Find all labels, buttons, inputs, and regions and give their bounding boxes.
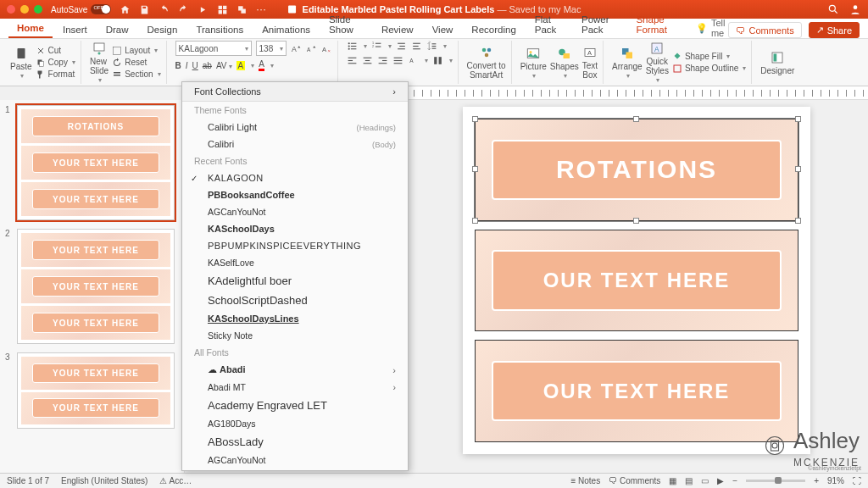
font-agcouchpotato[interactable]: AGCouchPotato (182, 469, 408, 471)
format-painter-button[interactable]: Format (36, 69, 75, 80)
shape-outline-button[interactable]: Shape Outline▾ (672, 64, 746, 74)
tab-design[interactable]: Design (139, 21, 186, 38)
align-left-icon[interactable] (347, 55, 358, 66)
font-ag180days[interactable]: AG180Days (182, 415, 408, 432)
paste-button[interactable]: Paste▾ (10, 46, 32, 80)
strike-button[interactable]: ab (203, 61, 212, 70)
smartart-button[interactable]: Convert to SmartArt (467, 45, 506, 80)
picture-button[interactable]: Picture▾ (520, 46, 547, 80)
tab-draw[interactable]: Draw (97, 21, 137, 38)
tab-home[interactable]: Home (8, 19, 53, 38)
layout-button[interactable]: Layout▾ (112, 46, 160, 56)
columns-icon[interactable] (432, 55, 443, 66)
account-icon[interactable] (849, 3, 861, 15)
notes-button[interactable]: ≡ Notes (570, 476, 600, 485)
thumbnail-3[interactable]: YOUR TEXT HERE YOUR TEXT HERE (17, 352, 175, 429)
font-calibri[interactable]: Calibri(Body) (182, 136, 408, 152)
indent-left-icon[interactable] (396, 41, 407, 52)
tab-transitions[interactable]: Transitions (187, 21, 252, 38)
font-agcanyounot[interactable]: AGCanYouNot (182, 203, 408, 220)
zoom-slider[interactable] (746, 480, 805, 482)
present-icon[interactable] (198, 4, 209, 15)
section-button[interactable]: Section▾ (112, 69, 160, 80)
textbox-button[interactable]: AText Box (582, 45, 598, 80)
thumbnail-1[interactable]: ROTATIONS YOUR TEXT HERE YOUR TEXT HERE (17, 105, 175, 220)
shapes-button[interactable]: Shapes▾ (550, 46, 579, 80)
font-collections-item[interactable]: Font Collections› (182, 82, 408, 102)
font-abadi[interactable]: ☁ Abadi› (182, 361, 408, 379)
zoom-level[interactable]: 91% (827, 476, 844, 485)
close-icon[interactable] (7, 5, 15, 14)
font-pbpumpkin[interactable]: PBPUMPKINSPICEEVERYTHING (182, 237, 408, 254)
font-kadelightful[interactable]: KAdelightful boer (182, 271, 408, 291)
label-shape-3[interactable]: OUR TEXT HERE (475, 340, 798, 442)
minimize-icon[interactable] (20, 5, 29, 14)
layers-icon[interactable] (217, 4, 228, 15)
tell-me[interactable]: 💡 Tell me (696, 18, 727, 38)
tab-shape-format[interactable]: Shape Format (627, 11, 687, 38)
fullscreen-icon[interactable] (34, 5, 42, 14)
font-calibri-light[interactable]: Calibri Light(Headings) (182, 119, 408, 136)
view-normal-icon[interactable]: ▦ (669, 476, 676, 485)
tab-flatpack[interactable]: Flat Pack (526, 11, 571, 38)
send-back-icon[interactable] (236, 4, 248, 15)
justify-icon[interactable] (392, 55, 403, 66)
font-size-combo[interactable]: 138▾ (256, 41, 287, 56)
redo-icon[interactable] (178, 4, 189, 15)
tab-recording[interactable]: Recording (463, 21, 524, 38)
tab-view[interactable]: View (424, 21, 462, 38)
underline-button[interactable]: U (192, 61, 198, 70)
numbering-icon[interactable]: 12 (371, 41, 382, 52)
tab-insert[interactable]: Insert (54, 21, 96, 38)
align-center-icon[interactable] (362, 55, 373, 66)
font-kaschooldayslines[interactable]: KASchoolDaysLines (182, 310, 408, 327)
accessibility-indicator[interactable]: ⚠ Acc… (159, 476, 192, 485)
clear-format-icon[interactable]: A (321, 43, 332, 54)
font-academy[interactable]: Academy Engraved LET (182, 396, 408, 415)
zoom-in-icon[interactable]: + (814, 476, 819, 485)
autosave-toggle[interactable]: AutoSave OFF (51, 4, 111, 14)
font-kaselflove[interactable]: KASelfLove (182, 254, 408, 271)
comments-button-status[interactable]: 🗨 Comments (609, 476, 660, 485)
label-shape-2[interactable]: OUR TEXT HERE (475, 230, 798, 332)
undo-icon[interactable] (159, 4, 170, 15)
thumbnail-2[interactable]: YOUR TEXT HERE YOUR TEXT HERE YOUR TEXT … (17, 229, 175, 344)
new-slide-button[interactable]: New Slide▾ (90, 41, 108, 84)
shrink-font-icon[interactable]: A (306, 43, 317, 54)
save-icon[interactable] (139, 4, 150, 15)
align-right-icon[interactable] (377, 55, 388, 66)
view-reading-icon[interactable]: ▭ (701, 476, 709, 485)
font-dropdown[interactable]: Font Collections› Theme Fonts Calibri Li… (181, 81, 409, 471)
font-agcanyounot2[interactable]: AGCanYouNot (182, 452, 408, 469)
spacing-button[interactable]: AV▾ (216, 61, 232, 70)
font-stickynote[interactable]: Sticky Note (182, 327, 408, 344)
grow-font-icon[interactable]: A (291, 43, 302, 54)
font-kaschooldays[interactable]: KASchoolDays (182, 220, 408, 237)
text-direction-icon[interactable]: A (408, 55, 419, 66)
view-sorter-icon[interactable]: ▤ (685, 476, 693, 485)
font-pbbooks[interactable]: PBBooksandCoffee (182, 186, 408, 203)
window-controls[interactable] (7, 5, 42, 14)
font-kalagoon[interactable]: ✓KALAGOON (182, 169, 408, 186)
bullets-icon[interactable] (347, 41, 358, 52)
language-indicator[interactable]: English (United States) (61, 476, 147, 485)
font-abadi-mt[interactable]: Abadi MT› (182, 379, 408, 396)
tab-slideshow[interactable]: Slide Show (320, 11, 371, 38)
share-button[interactable]: ↗ Share (809, 22, 860, 38)
view-slideshow-icon[interactable]: ▶ (717, 476, 724, 485)
italic-button[interactable]: I (186, 61, 188, 70)
tab-powerpack[interactable]: Power Pack (573, 11, 626, 38)
copy-button[interactable]: Copy▾ (36, 58, 75, 68)
search-icon[interactable] (827, 3, 839, 15)
reset-button[interactable]: Reset (112, 58, 160, 68)
cut-button[interactable]: Cut (36, 46, 75, 56)
tab-review[interactable]: Review (373, 21, 422, 38)
font-schoolscript[interactable]: SchoolScriptDashed (182, 291, 408, 310)
fit-window-icon[interactable]: ⛶ (853, 476, 861, 485)
designer-button[interactable]: Designer (760, 50, 794, 75)
zoom-out-icon[interactable]: − (732, 476, 737, 485)
quick-styles-button[interactable]: AQuick Styles▾ (646, 41, 669, 84)
home-icon[interactable] (120, 4, 131, 15)
indent-right-icon[interactable] (411, 41, 422, 52)
highlight-button[interactable]: A (236, 61, 246, 70)
